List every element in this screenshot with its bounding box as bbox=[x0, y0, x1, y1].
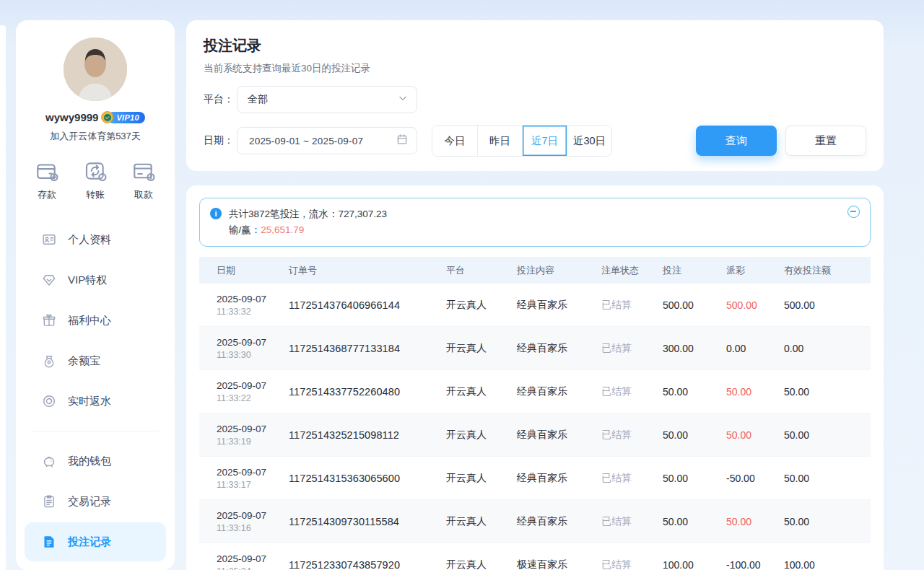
cell-platform: 开云真人 bbox=[445, 429, 515, 442]
nav-secondary: 我的钱包交易记录投注记录 bbox=[25, 442, 166, 561]
loss-win-value: 25,651.79 bbox=[261, 224, 304, 235]
sidebar-item-bet-records[interactable]: 投注记录 bbox=[25, 522, 166, 561]
nav-primary: 个人资料VIP特权福利中心余额宝实时返水 bbox=[25, 220, 166, 421]
cell-status: 已结算 bbox=[600, 385, 661, 398]
date-range-input[interactable]: 2025-09-01 ~ 2025-09-07 bbox=[237, 127, 417, 154]
cell-order-number: 1172512330743857920 bbox=[287, 559, 445, 570]
cell-order-number: 1172514376406966144 bbox=[287, 299, 445, 311]
range-button-近7日[interactable]: 近7日 bbox=[522, 126, 567, 156]
deposit-icon bbox=[35, 159, 59, 183]
sidebar-item-wallet[interactable]: 我的钱包 bbox=[25, 442, 166, 481]
avatar[interactable] bbox=[64, 38, 127, 101]
username: wywy9999 bbox=[45, 111, 98, 123]
cell-status: 已结算 bbox=[600, 558, 661, 570]
records-card: i 共计3872笔投注，流水：727,307.23 输/赢：25,651.79 … bbox=[186, 185, 884, 570]
document-icon bbox=[42, 535, 56, 549]
cell-status: 已结算 bbox=[600, 472, 661, 485]
cell-platform: 开云真人 bbox=[445, 299, 515, 312]
cell-bet-content: 经典百家乐 bbox=[515, 299, 600, 312]
cell-bet-amount: 50.00 bbox=[661, 516, 725, 527]
cell-valid-amount: 500.00 bbox=[783, 299, 871, 311]
cell-bet-content: 经典百家乐 bbox=[515, 385, 600, 398]
clipboard-icon bbox=[42, 494, 56, 509]
quick-action-withdraw[interactable]: 取款 bbox=[131, 159, 156, 201]
quick-action-label: 转账 bbox=[86, 188, 105, 201]
diamond-icon bbox=[42, 273, 56, 287]
summary-alert: i 共计3872笔投注，流水：727,307.23 输/赢：25,651.79 bbox=[199, 198, 871, 247]
cell-payout: 0.00 bbox=[725, 343, 783, 354]
reset-button[interactable]: 重置 bbox=[785, 126, 866, 156]
sidebar-item-label: 交易记录 bbox=[68, 495, 111, 509]
quick-action-label: 取款 bbox=[134, 188, 153, 201]
cell-platform: 开云真人 bbox=[445, 472, 515, 485]
joined-days-text: 加入开云体育第537天 bbox=[25, 130, 166, 143]
cell-payout: 50.00 bbox=[725, 429, 783, 441]
platform-select[interactable]: 全部 bbox=[237, 86, 417, 113]
cell-platform: 开云真人 bbox=[445, 342, 515, 355]
cell-bet-content: 经典百家乐 bbox=[515, 429, 600, 442]
column-header: 派彩 bbox=[725, 264, 783, 277]
page-subtitle: 当前系统支持查询最近30日的投注记录 bbox=[204, 62, 866, 75]
cell-bet-amount: 300.00 bbox=[661, 343, 725, 354]
date-range-value: 2025-09-01 ~ 2025-09-07 bbox=[249, 136, 363, 146]
cell-payout: 500.00 bbox=[725, 299, 783, 311]
cell-bet-content: 极速百家乐 bbox=[515, 558, 600, 570]
quick-action-deposit[interactable]: 存款 bbox=[35, 159, 59, 201]
cell-date: 2025-09-0711:33:19 bbox=[199, 424, 287, 447]
cell-date: 2025-09-0711:33:30 bbox=[199, 337, 287, 360]
cell-valid-amount: 0.00 bbox=[783, 343, 871, 354]
sidebar-item-label: 投注记录 bbox=[68, 535, 111, 549]
filter-card: 投注记录 当前系统支持查询最近30日的投注记录 平台： 全部 日期： 2025-… bbox=[186, 20, 884, 171]
sidebar-item-profile[interactable]: 个人资料 bbox=[25, 220, 166, 259]
quick-action-transfer[interactable]: 转账 bbox=[83, 159, 108, 201]
cell-bet-amount: 50.00 bbox=[661, 429, 725, 441]
sidebar-item-yuebao[interactable]: 余额宝 bbox=[25, 341, 166, 380]
idcard-icon bbox=[42, 232, 56, 247]
left-edge-strip bbox=[0, 25, 6, 570]
quick-action-label: 存款 bbox=[38, 188, 56, 201]
cell-status: 已结算 bbox=[600, 299, 661, 312]
range-button-昨日[interactable]: 昨日 bbox=[477, 126, 522, 156]
range-button-今日[interactable]: 今日 bbox=[432, 126, 477, 156]
vip-level-label: VIP10 bbox=[108, 112, 144, 123]
column-header: 日期 bbox=[199, 264, 287, 277]
cell-bet-amount: 500.00 bbox=[661, 299, 725, 311]
gift-icon bbox=[42, 313, 56, 328]
sidebar-item-label: 福利中心 bbox=[68, 314, 111, 328]
summary-line1: 共计3872笔投注，流水：727,307.23 bbox=[229, 206, 387, 222]
cell-date: 2025-09-0711:33:16 bbox=[199, 510, 287, 533]
sidebar-item-label: 我的钱包 bbox=[68, 455, 111, 468]
cell-valid-amount: 50.00 bbox=[783, 386, 871, 398]
table-row: 2025-09-0711:33:301172514368777133184开云真… bbox=[199, 327, 871, 370]
query-button[interactable]: 查询 bbox=[696, 126, 777, 156]
table-row: 2025-09-0711:33:171172514315363065600开云真… bbox=[199, 457, 871, 500]
cell-valid-amount: 100.00 bbox=[783, 559, 871, 570]
column-header: 有效投注额 bbox=[783, 264, 871, 277]
cell-order-number: 1172514325215098112 bbox=[287, 429, 445, 441]
cell-status: 已结算 bbox=[600, 429, 661, 442]
info-icon: i bbox=[210, 208, 222, 219]
column-header: 平台 bbox=[445, 264, 515, 277]
cell-bet-amount: 100.00 bbox=[661, 559, 725, 570]
sidebar-item-label: VIP特权 bbox=[68, 273, 107, 287]
collapse-summary-icon[interactable] bbox=[847, 206, 860, 218]
sidebar-item-label: 个人资料 bbox=[68, 233, 111, 247]
cell-date: 2025-09-0711:33:22 bbox=[199, 380, 287, 403]
rebate-icon bbox=[42, 394, 56, 408]
main-content: 投注记录 当前系统支持查询最近30日的投注记录 平台： 全部 日期： 2025-… bbox=[186, 20, 884, 570]
range-button-近30日[interactable]: 近30日 bbox=[567, 126, 611, 156]
table-row: 2025-09-0711:25:241172512330743857920开云真… bbox=[199, 543, 871, 570]
sidebar-item-transactions[interactable]: 交易记录 bbox=[25, 482, 166, 521]
cell-order-number: 1172514309730115584 bbox=[287, 516, 445, 527]
sidebar-item-welfare[interactable]: 福利中心 bbox=[25, 301, 166, 340]
cell-order-number: 1172514368777133184 bbox=[287, 343, 445, 354]
table-header-row: 日期订单号平台投注内容注单状态投注派彩有效投注额 bbox=[199, 257, 871, 284]
sidebar-item-label: 余额宝 bbox=[68, 354, 100, 368]
cell-date: 2025-09-0711:33:32 bbox=[199, 294, 287, 317]
cell-valid-amount: 50.00 bbox=[783, 429, 871, 441]
sidebar-item-vip[interactable]: VIP特权 bbox=[25, 260, 166, 299]
table-row: 2025-09-0711:33:221172514337752260480开云真… bbox=[199, 370, 871, 413]
sidebar-divider bbox=[32, 431, 159, 431]
cell-bet-amount: 50.00 bbox=[661, 386, 725, 398]
sidebar-item-rebate[interactable]: 实时返水 bbox=[25, 382, 166, 421]
